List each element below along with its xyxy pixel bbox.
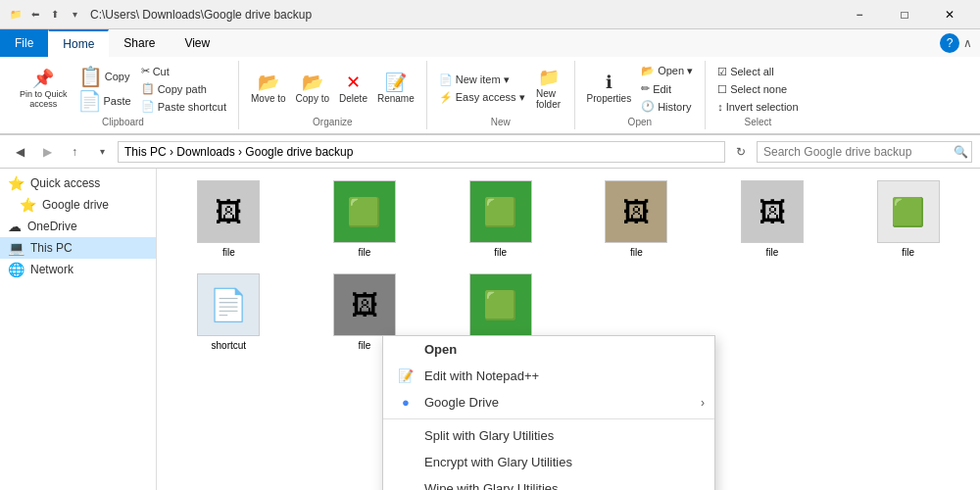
tab-home[interactable]: Home (48, 29, 109, 57)
select-all-icon: ☑ (717, 66, 727, 78)
title-bar-icons: 📁 ⬅ ⬆ ▾ (8, 7, 82, 23)
recent-button[interactable]: ▾ (90, 140, 114, 164)
file-item[interactable]: 🟩 file (844, 176, 972, 262)
invert-selection-button[interactable]: ↕ Invert selection (713, 99, 802, 115)
clipboard-items: 📌 Pin to Quickaccess 📋 Copy 📄 Paste (16, 63, 230, 115)
search-input[interactable] (757, 141, 972, 163)
paste-icon: 📄 (77, 91, 102, 111)
file-label: file (359, 340, 371, 351)
file-item[interactable]: 📄 shortcut (165, 270, 293, 355)
refresh-button[interactable]: ↻ (729, 140, 753, 164)
cut-button[interactable]: ✂ Cut (137, 63, 230, 79)
tab-share[interactable]: Share (109, 29, 170, 57)
maximize-button[interactable]: □ (882, 0, 927, 29)
new-folder-button[interactable]: 📁 Newfolder (531, 67, 566, 112)
ribbon-group-open: ℹ Properties 📂 Open ▾ ✏ Edit 🕐 History (575, 61, 707, 129)
select-label: Select (713, 117, 802, 127)
open-label: Open (583, 117, 698, 127)
sidebar-item-network[interactable]: 🌐 Network (0, 259, 156, 280)
file-thumb: 🟩 (469, 273, 532, 336)
file-thumb: 🖼 (741, 180, 804, 243)
edit-button[interactable]: ✏ Edit (637, 80, 697, 97)
forward-button[interactable]: ▶ (35, 140, 59, 164)
file-item[interactable]: 🟩 file (436, 176, 564, 262)
ctx-sub-arrow: › (701, 396, 705, 410)
file-area: 🖼 file 🟩 file 🟩 file 🖼 file 🖼 file 🟩 (157, 169, 980, 490)
open-icon: 📂 (641, 65, 655, 77)
cut-icon: ✂ (141, 65, 150, 77)
pin-icon: 📌 (32, 70, 54, 87)
ribbon-group-clipboard: 📌 Pin to Quickaccess 📋 Copy 📄 Paste (8, 61, 239, 129)
pin-to-quick-access-button[interactable]: 📌 Pin to Quickaccess (16, 68, 72, 111)
ctx-open[interactable]: Open (383, 336, 714, 363)
new-label: New (435, 117, 566, 127)
select-none-button[interactable]: ☐ Select none (713, 81, 802, 98)
history-icon: 🕐 (641, 100, 655, 113)
file-item[interactable]: 🖼 file (709, 176, 837, 262)
collapse-ribbon-btn[interactable]: ∧ (963, 36, 972, 50)
file-label: shortcut (212, 340, 247, 351)
onedrive-icon: ☁ (8, 219, 22, 234)
rename-button[interactable]: 📝 Rename (373, 72, 418, 106)
ctx-google-drive-icon: ● (397, 395, 415, 410)
menu-icon[interactable]: ▾ (67, 7, 82, 23)
file-thumb: 🖼 (605, 180, 667, 243)
address-bar: ◀ ▶ ↑ ▾ ↻ 🔍 (0, 135, 980, 169)
up-button[interactable]: ↑ (63, 140, 86, 164)
undo-icon[interactable]: ⬅ (27, 7, 43, 23)
new-folder-icon: 📁 (538, 69, 560, 86)
ctx-split[interactable]: Split with Glary Utilities (383, 422, 714, 449)
paste-shortcut-button[interactable]: 📄 Paste shortcut (137, 98, 230, 115)
help-btn[interactable]: ? (940, 33, 959, 53)
sidebar-item-this-pc[interactable]: 💻 This PC (0, 237, 156, 259)
file-thumb: 📄 (197, 273, 260, 336)
easy-access-button[interactable]: ⚡ Easy access ▾ (435, 89, 529, 106)
paste-shortcut-icon: 📄 (141, 100, 155, 113)
copy-path-button[interactable]: 📋 Copy path (137, 80, 230, 97)
new-items: 📄 New item ▾ ⚡ Easy access ▾ 📁 Newfolder (435, 63, 566, 115)
new-item-button[interactable]: 📄 New item ▾ (435, 72, 529, 88)
ctx-encrypt[interactable]: Encrypt with Glary Utilities (383, 449, 714, 475)
properties-button[interactable]: ℹ Properties (583, 72, 636, 106)
tab-file[interactable]: File (0, 29, 48, 57)
select-all-button[interactable]: ☑ Select all (713, 64, 802, 80)
main-area: ⭐ Quick access ⭐ Google drive ☁ OneDrive… (0, 169, 980, 490)
network-icon: 🌐 (8, 262, 24, 277)
history-button[interactable]: 🕐 History (637, 98, 697, 115)
file-item[interactable]: 🖼 file (572, 176, 701, 262)
paste-button[interactable]: 📄 Paste (74, 89, 135, 113)
file-item[interactable]: 🟩 file (301, 176, 429, 262)
tab-view[interactable]: View (170, 29, 224, 57)
file-thumb: 🟩 (469, 180, 532, 243)
copy-to-button[interactable]: 📂 Copy to (292, 72, 333, 106)
file-label: file (222, 247, 235, 258)
select-none-icon: ☐ (717, 83, 727, 96)
close-button[interactable]: ✕ (927, 0, 972, 29)
file-item[interactable]: 🖼 file (165, 176, 293, 262)
new-item-icon: 📄 (439, 74, 453, 86)
back-button[interactable]: ◀ (8, 140, 31, 164)
ribbon-group-select: ☑ Select all ☐ Select none ↕ Invert sele… (706, 61, 809, 129)
copy-to-icon: 📂 (302, 74, 323, 91)
ctx-notepad-icon: 📝 (397, 368, 415, 383)
sidebar-item-google-drive[interactable]: ⭐ Google drive (0, 194, 156, 216)
ctx-google-drive[interactable]: ● Google Drive › (383, 389, 714, 416)
ctx-edit-notepad[interactable]: 📝 Edit with Notepad++ (383, 363, 714, 389)
file-thumb: 🖼 (197, 180, 260, 243)
copy-button[interactable]: 📋 Copy (74, 65, 135, 88)
google-drive-icon: ⭐ (20, 197, 36, 213)
address-input[interactable] (118, 141, 725, 163)
organize-label: Organize (247, 117, 418, 127)
delete-button[interactable]: ✕ Delete (335, 72, 371, 106)
sidebar-item-onedrive[interactable]: ☁ OneDrive (0, 216, 156, 237)
ribbon-group-new: 📄 New item ▾ ⚡ Easy access ▾ 📁 Newfolder… (427, 61, 575, 129)
ctx-sep1 (383, 418, 714, 419)
this-pc-icon: 💻 (8, 240, 24, 256)
minimize-button[interactable]: − (837, 0, 882, 29)
quick-access-icon: ⭐ (8, 175, 24, 191)
open-button[interactable]: 📂 Open ▾ (637, 63, 697, 79)
ctx-wipe[interactable]: Wipe with Glary Utilities (383, 475, 714, 490)
sidebar-item-quick-access[interactable]: ⭐ Quick access (0, 172, 156, 194)
redo-icon[interactable]: ⬆ (47, 7, 63, 23)
move-to-button[interactable]: 📂 Move to (247, 72, 290, 106)
